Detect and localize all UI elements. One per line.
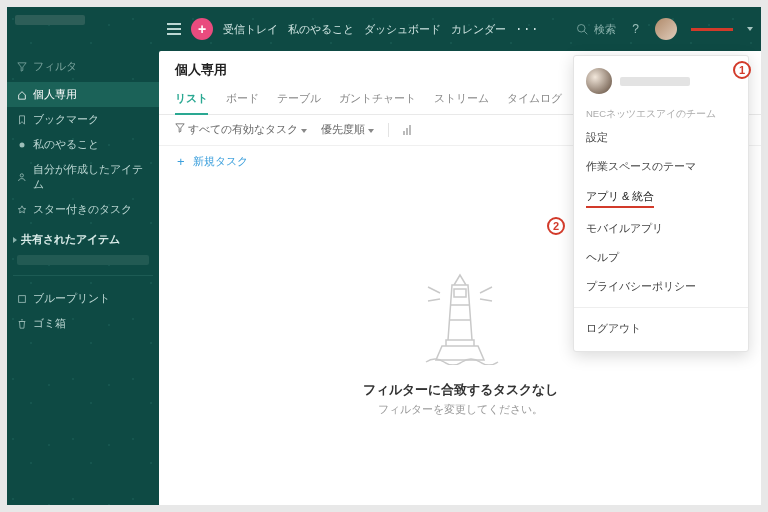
svg-line-6 [428,287,440,293]
nav-calendar[interactable]: カレンダー [451,22,506,37]
nav-dashboard[interactable]: ダッシュボード [364,22,441,37]
dropdown-item-theme[interactable]: 作業スペースのテーマ [574,152,748,181]
empty-title: フィルターに合致するタスクなし [363,381,558,399]
filter-header[interactable]: フィルタ [7,51,159,82]
home-icon [17,90,27,100]
username-redacted [620,77,690,86]
nav-my-todo[interactable]: 私のやること [288,22,354,37]
tab-table[interactable]: テーブル [277,91,321,114]
tab-gantt[interactable]: ガントチャート [339,91,416,114]
add-button[interactable]: + [191,18,213,40]
dropdown-item-settings[interactable]: 設定 [574,123,748,152]
sidebar-item-bookmarks[interactable]: ブックマーク [7,107,159,132]
sidebar-item-my-todo[interactable]: 私のやること [7,132,159,157]
dropdown-user-row[interactable] [574,64,748,102]
annotation-callout-1: 1 [733,61,751,79]
sort-control[interactable]: 優先度順 [321,123,374,137]
svg-point-3 [20,174,23,177]
hamburger-icon[interactable] [167,23,181,35]
search-input[interactable]: 検索 [576,22,616,37]
star-icon [17,205,27,215]
sidebar-item-blueprint[interactable]: ブループリント [7,286,159,311]
svg-line-7 [428,299,440,301]
sidebar-item-created[interactable]: 自分が作成したアイテム [7,157,159,197]
svg-point-0 [578,25,586,33]
sidebar-item-trash[interactable]: ゴミ箱 [7,311,159,336]
avatar [586,68,612,94]
svg-line-9 [480,299,492,301]
avatar[interactable] [655,18,677,40]
empty-subtitle: フィルターを変更してください。 [378,403,543,417]
sidebar-item-starred[interactable]: スター付きのタスク [7,197,159,222]
bookmark-icon [17,115,27,125]
funnel-icon [175,123,185,133]
svg-line-8 [480,287,492,293]
dot-icon [17,140,27,150]
dropdown-section-label: NECネッツエスアイのチーム [574,102,748,123]
lighthouse-icon [420,265,500,369]
topbar: + 受信トレイ 私のやること ダッシュボード カレンダー ･･･ 検索 ? [159,7,761,51]
svg-rect-5 [454,289,466,297]
dropdown-item-apps-integrations[interactable]: アプリ & 統合 [586,185,654,208]
dropdown-item-privacy[interactable]: プライバシーポリシー [574,272,748,301]
svg-line-1 [585,31,588,34]
sidebar-item-personal[interactable]: 個人専用 [7,82,159,107]
svg-point-2 [20,142,25,147]
annotation-callout-2: 2 [547,217,565,235]
chevron-right-icon [13,237,17,243]
person-icon [17,172,27,182]
dropdown-item-help[interactable]: ヘルプ [574,243,748,272]
tab-stream[interactable]: ストリーム [434,91,489,114]
tab-list[interactable]: リスト [175,91,208,114]
sidebar-item-redacted[interactable] [17,255,149,265]
sidebar-section-shared[interactable]: 共有されたアイテム [7,222,159,251]
chevron-down-icon[interactable] [747,27,753,31]
blueprint-icon [17,294,27,304]
help-icon[interactable]: ? [632,22,639,36]
filter-control[interactable]: すべての有効なタスク [175,123,307,137]
sidebar: フィルタ 個人専用 ブックマーク 私のやること 自分が作成したアイテム スター付… [7,51,159,505]
svg-rect-4 [19,295,26,302]
user-dropdown: NECネッツエスアイのチーム 設定 作業スペースのテーマ アプリ & 統合 モバ… [573,55,749,352]
tab-board[interactable]: ボード [226,91,259,114]
plus-icon: + [177,154,185,169]
funnel-icon [17,62,27,72]
tab-timelog[interactable]: タイムログ [507,91,562,114]
annotation-underline-1 [691,28,733,31]
dropdown-item-mobile[interactable]: モバイルアプリ [574,214,748,243]
trash-icon [17,319,27,329]
nav-more[interactable]: ･･･ [516,23,540,35]
brand-logo [15,15,85,25]
search-icon [576,23,588,35]
search-placeholder: 検索 [594,22,616,37]
nav-inbox[interactable]: 受信トレイ [223,22,278,37]
expand-icon[interactable] [403,125,411,135]
dropdown-item-logout[interactable]: ログアウト [574,314,748,343]
